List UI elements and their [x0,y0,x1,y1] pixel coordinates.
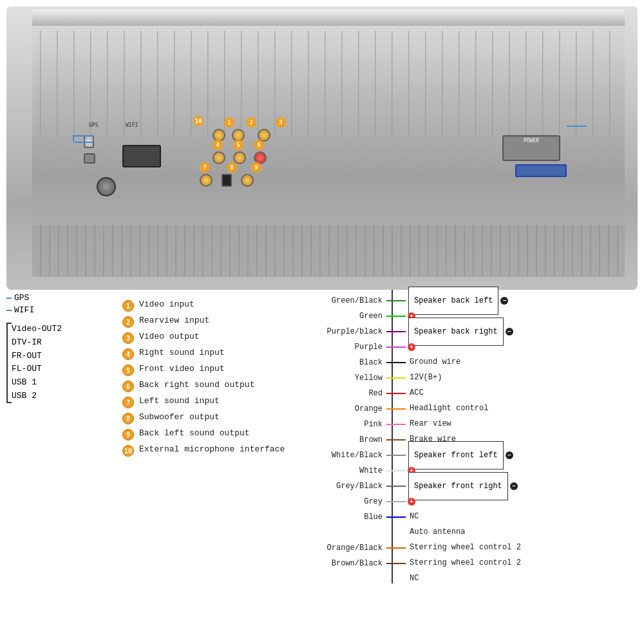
av-jack [222,174,232,187]
bracket-item: USB 1 [12,376,62,390]
num-badge: 5 [122,365,134,376]
wire-color-label: Orange/Black [316,544,386,553]
wire-line [386,439,406,440]
wire-desc: Sterring wheel control 2 [406,558,521,569]
wire-desc: ACC [406,388,424,399]
num-badge: 6 [122,381,134,392]
num-badge: 3 [122,332,134,344]
speaker-dot: − [510,482,518,490]
num-item: 7Left sound input [122,396,303,408]
wire-line [386,516,406,518]
num-text: Back right sound output [139,380,254,391]
usb-block [122,145,161,167]
num-item: 10External microphone interface [122,444,303,457]
speaker-dot-secondary: + [408,498,415,506]
wire-row: BlueNC [316,509,638,525]
wire-row: BlackGround wire [316,355,638,370]
wire-row: Brown/BlackSterring wheel control 2 [316,556,638,571]
num-text: Back left sound output [139,428,250,439]
num-badge: 7 [122,397,134,408]
wifi-label-text: WIFI [14,305,34,315]
speaker-dot: − [506,451,513,459]
wire-line [386,377,406,379]
wire-desc: 12V(B+) [406,373,442,383]
num-text: Left sound input [139,396,220,407]
num-text: Right sound input [139,348,225,359]
badge-9: 9 [251,162,261,173]
wire-color-label: Grey/Black [316,482,386,491]
wire-row: Grey/BlackSpeaker front right− [316,478,638,494]
gps-label-text: GPS [14,293,29,303]
num-text: Subwoofer output [139,412,220,423]
num-item: 6Back right sound output [122,380,303,392]
wire-diagram: Green/BlackSpeaker back left−Green+Purpl… [316,290,638,631]
wire-line [386,316,406,317]
badge-2: 2 [246,117,256,128]
wire-line [386,362,406,363]
usb3-connector [515,164,567,177]
blue-line-wifi [74,142,93,143]
wire-desc: Ground wire [406,357,460,368]
num-text: Video output [139,332,200,343]
num-text: Rearview input [139,316,209,327]
num-item: 4Right sound input [122,348,303,360]
speaker-dot: − [500,297,508,305]
badge-1: 1 [224,117,234,128]
badge-10: 10 [193,116,204,126]
speaker-dot: − [506,328,513,336]
bracket-items-list: Video-OUT2DTV-IRFR-OUTFL-OUTUSB 1USB 2 [12,323,62,403]
num-text: Front video input [139,364,225,375]
num-item: 1Video input [122,299,303,312]
wire-color-label: Pink [316,420,386,429]
connector-4 [213,151,225,164]
wifi-label: WIFI [126,122,138,128]
wire-line [386,470,406,471]
wire-row: NC [316,571,638,587]
connector-5 [233,151,246,164]
wire-color-label: Green [316,312,386,321]
num-item: 8Subwoofer output [122,412,303,424]
blue-bracket-left [73,135,74,142]
wire-row: Yellow12V(B+) [316,370,638,386]
blue-line-power [567,126,586,127]
wire-row: Green/BlackSpeaker back left− [316,293,638,308]
num-item: 2Rearview input [122,316,303,328]
number-items: 1Video input2Rearview input3Video output… [122,299,303,460]
connector-7 [200,174,213,187]
device-image: // fins rendered below via inline style … [6,6,638,290]
wire-color-label: Red [316,389,386,398]
connector-9 [241,174,254,187]
badge-4: 4 [213,140,223,150]
wire-color-label: Blue [316,513,386,522]
num-badge: 4 [122,348,134,360]
wire-color-label: Yellow [316,374,386,383]
bracket-item: DTV-IR [12,336,62,350]
wire-color-label: Purple/black [316,327,386,336]
badge-3: 3 [276,117,286,128]
num-text: External microphone interface [139,444,285,455]
wire-desc: Sterring wheel control 2 [406,543,521,553]
bracket-item: FR-OUT [12,350,62,363]
num-item: 5Front video input [122,364,303,376]
wifi-connector [84,153,95,164]
wire-desc: NC [406,574,419,584]
badge-8: 8 [227,162,237,173]
num-badge: 10 [122,445,134,457]
wire-line [386,547,406,549]
wire-row: OrangeHeadlight control [316,401,638,417]
wire-desc: Headlight control [406,404,488,414]
bracket-item: Video-OUT2 [12,323,62,336]
wire-row: Orange/BlackSterring wheel control 2 [316,540,638,556]
gps-label: GPS [89,122,98,128]
wire-line [386,408,406,410]
badge-6: 6 [254,140,264,150]
wire-line [386,501,406,502]
num-text: Video input [139,299,194,310]
badge-5: 5 [233,140,243,150]
wire-color-label: Orange [316,404,386,413]
wire-color-label: Brown [316,435,386,444]
wire-line [386,486,406,487]
wire-row: Purple/blackSpeaker back right− [316,324,638,339]
wire-line [386,424,406,425]
bracket-item: USB 2 [12,390,62,403]
